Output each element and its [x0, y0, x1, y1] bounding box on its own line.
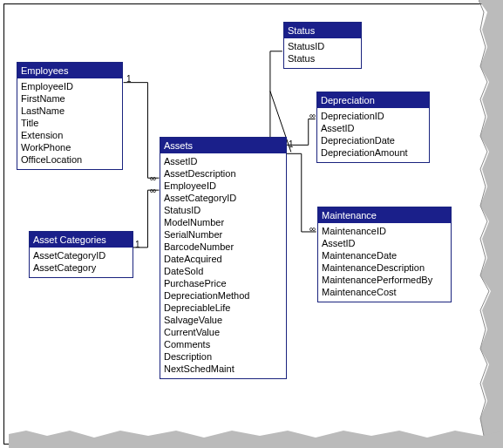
table-body: AssetCategoryID AssetCategory [30, 248, 133, 277]
rel-many: ∞ [150, 173, 156, 183]
field[interactable]: Comments [164, 338, 282, 350]
rel-one: 1 [126, 74, 132, 84]
table-body: AssetID AssetDescription EmployeeID Asse… [160, 153, 286, 378]
field[interactable]: MaintenanceDescription [322, 261, 447, 274]
field[interactable]: CurrentValue [164, 326, 282, 338]
rel-many: ∞ [309, 111, 316, 120]
table-header[interactable]: Depreciation [317, 92, 429, 108]
field[interactable]: DateSold [164, 265, 282, 277]
rel-many: ∞ [150, 186, 156, 195]
field[interactable]: Extension [21, 129, 119, 141]
field[interactable]: MaintenancePerformedBy [322, 274, 447, 286]
table-body: StatusID Status [284, 38, 361, 68]
field[interactable]: AssetID [321, 122, 425, 134]
table-maintenance[interactable]: Maintenance MaintenanceID AssetID Mainte… [317, 207, 452, 302]
field[interactable]: DepreciationID [321, 110, 425, 122]
field[interactable]: AssetDescription [164, 167, 282, 180]
field[interactable]: DepreciationMethod [164, 289, 282, 302]
table-header[interactable]: Maintenance [318, 207, 451, 223]
field[interactable]: DepreciationDate [321, 134, 425, 146]
field[interactable]: EmployeeID [21, 80, 119, 92]
field[interactable]: Title [21, 117, 119, 129]
field[interactable]: DepreciationAmount [321, 146, 425, 159]
table-body: DepreciationID AssetID DepreciationDate … [317, 108, 429, 162]
field[interactable]: LastName [21, 105, 119, 117]
rel-many: ∞ [309, 224, 316, 234]
table-assets[interactable]: Assets AssetID AssetDescription Employee… [160, 137, 287, 379]
rel-one: 1 [289, 139, 294, 149]
field[interactable]: WorkPhone [21, 141, 119, 153]
field[interactable]: AssetCategory [33, 261, 129, 274]
table-asset-categories[interactable]: Asset Categories AssetCategoryID AssetCa… [29, 231, 133, 278]
field[interactable]: Description [164, 350, 282, 363]
table-depreciation[interactable]: Depreciation DepreciationID AssetID Depr… [316, 92, 430, 163]
rel-one: 1 [135, 240, 140, 249]
table-header[interactable]: Status [284, 23, 361, 38]
field[interactable]: NextSchedMaint [164, 363, 282, 375]
diagram-canvas: 1 ∞ 1 ∞ 1 ∞ ∞ Status StatusID Status Emp… [3, 3, 500, 445]
field[interactable]: AssetCategoryID [33, 249, 129, 261]
field[interactable]: ModelNumber [164, 216, 282, 228]
field[interactable]: AssetCategoryID [164, 192, 282, 204]
field[interactable]: MaintenanceID [322, 225, 447, 237]
table-header[interactable]: Assets [160, 138, 286, 153]
table-header[interactable]: Employees [17, 63, 122, 78]
table-body: EmployeeID FirstName LastName Title Exte… [17, 78, 122, 169]
field[interactable]: OfficeLocation [21, 153, 119, 166]
field[interactable]: PurchasePrice [164, 277, 282, 289]
table-body: MaintenanceID AssetID MaintenanceDate Ma… [318, 223, 451, 302]
field[interactable]: SalvageValue [164, 314, 282, 326]
field[interactable]: DepreciableLife [164, 302, 282, 314]
field[interactable]: MaintenanceCost [322, 286, 447, 298]
field[interactable]: EmployeeID [164, 180, 282, 192]
field[interactable]: FirstName [21, 92, 119, 105]
field[interactable]: StatusID [288, 40, 357, 52]
field[interactable]: StatusID [164, 204, 282, 216]
field[interactable]: BarcodeNumber [164, 241, 282, 253]
table-header[interactable]: Asset Categories [30, 232, 133, 248]
field[interactable]: MaintenanceDate [322, 249, 447, 261]
field[interactable]: AssetID [164, 155, 282, 167]
table-status[interactable]: Status StatusID Status [283, 22, 362, 69]
table-employees[interactable]: Employees EmployeeID FirstName LastName … [17, 62, 123, 170]
field[interactable]: SerialNumber [164, 228, 282, 241]
field[interactable]: DateAcquired [164, 253, 282, 265]
field[interactable]: Status [288, 52, 357, 64]
field[interactable]: AssetID [322, 237, 447, 249]
